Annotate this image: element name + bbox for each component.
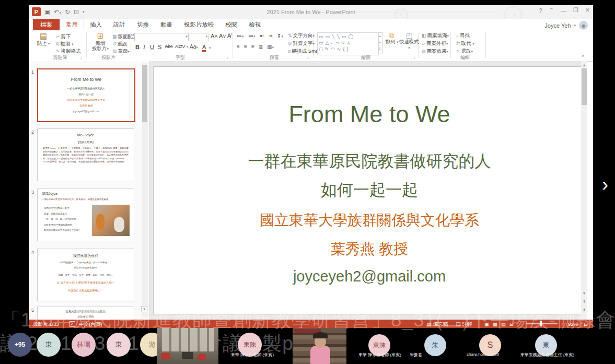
close-icon[interactable]: ✕ xyxy=(585,7,590,14)
thumbnail-slide-3[interactable]: 認識Joyce 一個趴趴走的女性研究者的位置、飲食政治、知識生產與學術實踐 從西… xyxy=(37,189,134,241)
shape-fill-button[interactable]: ◧圖案填滿▾ xyxy=(422,32,449,39)
shape-outline-button[interactable]: ▱圖案外框▾ xyxy=(422,40,448,47)
character-spacing-icon[interactable]: A⇄V ▾ xyxy=(175,44,189,49)
quick-styles-button[interactable]: ◰ 快速樣式 ▾ xyxy=(398,32,421,50)
thumbnail-scrollbar-thumb[interactable] xyxy=(142,65,147,122)
line-spacing-icon[interactable]: ⇕▾ xyxy=(277,33,283,39)
tab-slideshow[interactable]: 投影片放映 xyxy=(178,19,220,30)
thumb3-photo xyxy=(92,205,130,236)
thumbnail-slide-4[interactable]: 我們永遠的伙伴 如紀聯讀數處：「Joyce好棒讚，就一定要捧場！」 所以Me 就… xyxy=(37,249,134,301)
align-text-button[interactable]: ⊜對齊文字▾ xyxy=(288,40,315,47)
thumbnail-scrollbar[interactable] xyxy=(142,63,148,318)
reset-button[interactable]: ↺重設 xyxy=(112,41,127,48)
add-columns-icon[interactable]: ▥▾ xyxy=(267,44,274,50)
arrange-button[interactable]: ⧉ 排列 ▾ xyxy=(385,32,399,45)
paragraph-dialog-launcher-icon[interactable]: ⌟ xyxy=(307,54,309,59)
powerpoint-window: ↖ ↗ P ▣ ↶▾ ↻ ⊡ ▾ 2021 From Me to We - Po… xyxy=(29,5,593,328)
numbering-icon[interactable]: ≕▾ xyxy=(248,33,256,39)
text-direction-icon: ⇅ xyxy=(288,33,292,38)
find-button[interactable]: ⌕尋找 xyxy=(456,32,470,39)
previous-slide-icon[interactable]: ⇞ xyxy=(581,299,587,304)
gallery-next-icon[interactable]: › xyxy=(602,174,608,196)
slide-canvas[interactable]: From Me to We 一群在東華原民院教書做研究的人 如何一起一起 國立東… xyxy=(153,66,586,314)
group-label-clipboard: 剪貼簿 xyxy=(39,54,81,61)
grow-font-icon[interactable]: A˄ xyxy=(211,33,218,39)
group-label-drawing: 繪圖 xyxy=(342,54,389,61)
format-painter-icon: ✎ xyxy=(56,49,60,54)
tab-animations[interactable]: 動畫 xyxy=(155,19,178,30)
justify-icon[interactable]: ≣ xyxy=(259,44,263,50)
help-icon[interactable]: ? xyxy=(539,7,542,14)
tab-home[interactable]: 常用 xyxy=(60,19,84,30)
font-name-combo[interactable]: ▾ xyxy=(134,33,189,41)
strikethrough-icon[interactable]: abc xyxy=(165,44,173,49)
font-size-combo[interactable]: ▾ xyxy=(190,33,208,41)
decrease-indent-icon[interactable]: ⇤ xyxy=(260,33,264,39)
replace-button[interactable]: ⇄取代 ▾ xyxy=(456,40,474,47)
text-direction-button[interactable]: ⇅文字方向▾ xyxy=(288,32,315,39)
scroll-down-icon[interactable]: ▾ xyxy=(581,291,587,296)
arrange-icon: ⧉ xyxy=(385,32,399,39)
tab-view[interactable]: 檢視 xyxy=(243,19,267,30)
increase-indent-icon[interactable]: ⇥ xyxy=(268,33,272,39)
tab-review[interactable]: 校閱 xyxy=(220,19,243,30)
font-dialog-launcher-icon[interactable]: ⌟ xyxy=(226,54,228,59)
align-left-icon[interactable]: ≡ xyxy=(237,44,240,50)
restore-icon[interactable]: ❐ xyxy=(573,7,578,14)
shape-effects-button[interactable]: ◍圖案效果▾ xyxy=(422,48,448,55)
ribbon-tab-row: 檔案常用插入設計切換動畫投影片放映校閱檢視 xyxy=(29,19,593,30)
change-case-icon[interactable]: Aa▾ xyxy=(190,44,198,50)
clear-formatting-icon[interactable]: A̸ xyxy=(227,33,231,39)
red-chair xyxy=(161,353,170,359)
account-menu[interactable]: Joyce Yeh ▾ ☻ xyxy=(544,21,588,30)
person-figure xyxy=(114,217,124,232)
minimize-icon[interactable]: — xyxy=(561,7,566,14)
slide-thumbnail-panel: 1 From Me to We 一群在東華原民院教書做研究的人 如何一起一起 國… xyxy=(29,61,149,320)
align-center-icon[interactable]: ≡ xyxy=(244,44,247,50)
participants-overflow-badge[interactable]: +95 xyxy=(8,333,32,357)
drawing-dialog-launcher-icon[interactable]: ⌟ xyxy=(413,54,415,59)
sofa xyxy=(182,352,193,359)
tab-file[interactable]: 檔案 xyxy=(33,19,60,30)
cut-button[interactable]: ✂剪下 xyxy=(56,33,71,40)
ribbon-display-icon[interactable]: ⌃ xyxy=(549,7,554,14)
main-scrollbar[interactable]: ▴ ▾ ⇞ ⇟ xyxy=(581,61,587,320)
shrink-font-icon[interactable]: A˅ xyxy=(219,33,226,39)
title-bar: ↖ ↗ P ▣ ↶▾ ↻ ⊡ ▾ 2021 From Me to We - Po… xyxy=(29,5,593,19)
shadow-icon[interactable]: S xyxy=(158,44,161,50)
scroll-up-icon[interactable]: ▴ xyxy=(581,63,587,67)
window-title: 2021 From Me to We - PowerPoint xyxy=(29,9,593,15)
main-scrollbar-thumb[interactable] xyxy=(582,68,587,105)
tab-design[interactable]: 設計 xyxy=(108,19,131,30)
shape-gallery[interactable]: ▭▭╲╲▭◯▭△⌐¬⇨⇩◻✎◠∿{} xyxy=(317,32,379,55)
replace-icon: ⇄ xyxy=(456,41,460,46)
paste-button[interactable]: ▤ 貼上 ▾ xyxy=(34,32,53,46)
font-color-dropdown-icon[interactable]: ▾ xyxy=(209,46,211,50)
section-icon: ▤ xyxy=(112,49,117,54)
slide-line-4: 葉秀燕 教授 xyxy=(154,239,585,259)
underline-icon[interactable]: U xyxy=(150,44,154,50)
thumbnail-slide-1[interactable]: From Me to We 一群在東華原民院教書做研究的人 如何一起一起 國立東… xyxy=(37,68,135,122)
tab-insert[interactable]: 插入 xyxy=(84,19,108,30)
new-slide-button[interactable]: ⊞ 新增 投影片▾ xyxy=(89,32,111,51)
copy-button[interactable]: ⧉複製 ▾ xyxy=(56,41,74,48)
font-color-icon[interactable]: A xyxy=(202,44,206,52)
align-right-icon[interactable]: ≡ xyxy=(251,44,254,50)
shape-gallery-scroll[interactable]: ▴▾≡ xyxy=(377,32,383,54)
tab-transitions[interactable]: 切換 xyxy=(131,19,155,30)
clipboard-dialog-launcher-icon[interactable]: ⌟ xyxy=(80,54,82,59)
italic-icon[interactable]: I xyxy=(143,44,145,50)
participant-avatar[interactable]: 東 xyxy=(37,333,61,357)
bullets-icon[interactable]: ≔▾ xyxy=(237,33,244,39)
speaker-body xyxy=(310,346,330,364)
collapse-ribbon-icon[interactable]: ˄ xyxy=(582,53,584,58)
participant-avatar[interactable]: 東 xyxy=(107,333,131,357)
participant-video-room[interactable] xyxy=(157,328,218,364)
bold-icon[interactable]: B xyxy=(135,44,140,50)
participant-avatar[interactable]: 林珊 xyxy=(72,333,96,357)
shape-effects-icon: ◍ xyxy=(422,49,426,54)
participant-video-speaker[interactable] xyxy=(293,328,346,364)
thumbnail-slide-2[interactable]: Me- Joyce 【他鄉人類學】 葉秀燕 Joyce，社會學博士，大學教師，大… xyxy=(37,128,134,181)
shape-fill-icon: ◧ xyxy=(422,33,426,38)
ribbon-home: ▤ 貼上 ▾ ✂剪下 ⧉複製 ▾ ✎複製格式 剪貼簿 ⌟ ⊞ 新增 投影片▾ ▦… xyxy=(29,30,593,62)
